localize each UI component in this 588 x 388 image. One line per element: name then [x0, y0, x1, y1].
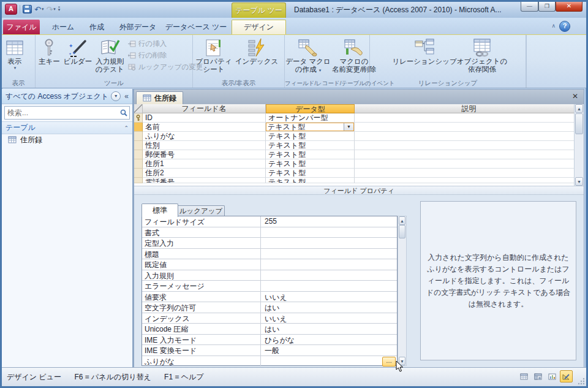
- field-row-selected[interactable]: 名前 テキスト型 ▼: [134, 123, 584, 132]
- combo-dropdown-icon[interactable]: ▼: [344, 123, 353, 131]
- create-data-macros-button[interactable]: データ マクロ の作成 ▾: [286, 36, 330, 74]
- scroll-up-icon[interactable]: ▲: [575, 104, 583, 113]
- description-cell[interactable]: [355, 150, 584, 159]
- field-name-cell[interactable]: 名前: [143, 123, 266, 132]
- row-selector[interactable]: [134, 113, 143, 123]
- field-row[interactable]: ふりがな テキスト型: [134, 132, 584, 141]
- property-row[interactable]: 書式: [142, 227, 397, 238]
- tab-file[interactable]: ファイル: [3, 20, 40, 34]
- save-button[interactable]: [23, 5, 32, 13]
- minimize-button[interactable]: —: [521, 2, 538, 12]
- row-selector[interactable]: [134, 178, 143, 183]
- field-name-cell[interactable]: ID: [143, 113, 266, 123]
- field-name-cell[interactable]: 郵便番号: [143, 150, 266, 159]
- pivottable-view-button[interactable]: [532, 370, 545, 382]
- field-row[interactable]: 性別 テキスト型: [134, 141, 584, 150]
- document-tab[interactable]: 住所録: [136, 91, 183, 104]
- tab-design[interactable]: デザイン: [232, 20, 286, 35]
- header-field-name[interactable]: フィールド名: [143, 104, 266, 113]
- property-row[interactable]: 既定値: [142, 259, 397, 270]
- customize-qat-button[interactable]: ▾: [58, 7, 61, 12]
- search-input[interactable]: [5, 108, 118, 117]
- field-name-cell[interactable]: 住所1: [143, 159, 266, 169]
- property-row[interactable]: IME 変換モード一般: [142, 345, 397, 356]
- field-row-clipped[interactable]: 電話番号 テキスト型: [134, 178, 584, 183]
- property-row[interactable]: Unicode 圧縮はい: [142, 324, 397, 335]
- field-row[interactable]: 住所1 テキスト型: [134, 159, 584, 169]
- nav-pane-header[interactable]: すべての Access オブジェクト ▼ «: [2, 89, 132, 104]
- help-icon[interactable]: ?: [559, 21, 570, 32]
- tab-general-properties[interactable]: 標準: [141, 204, 178, 217]
- field-name-cell[interactable]: ふりがな: [143, 132, 266, 141]
- property-row[interactable]: 標題: [142, 249, 397, 260]
- section-collapse-icon[interactable]: ⌃: [124, 125, 129, 131]
- tab-database-tools[interactable]: データベース ツール: [164, 20, 228, 34]
- description-cell[interactable]: [355, 178, 584, 183]
- property-row[interactable]: インデックスいいえ: [142, 313, 397, 324]
- row-selector-current[interactable]: [134, 123, 143, 132]
- property-sheet-button[interactable]: プロパティ シート: [194, 36, 233, 74]
- builder-ellipsis-button[interactable]: …: [382, 357, 396, 367]
- property-row[interactable]: 空文字列の許可はい: [142, 302, 397, 313]
- nav-menu-icon[interactable]: ▼: [111, 91, 121, 101]
- property-scroll-thumb[interactable]: [399, 225, 405, 238]
- field-name-cell[interactable]: 住所2: [143, 169, 266, 178]
- description-cell[interactable]: [355, 159, 584, 169]
- indexes-button[interactable]: インデックス: [233, 36, 280, 66]
- header-data-type[interactable]: データ型: [266, 104, 355, 113]
- description-cell[interactable]: [355, 169, 584, 178]
- scroll-down-icon[interactable]: ▼: [575, 177, 583, 186]
- scroll-up-icon[interactable]: ▲: [399, 216, 405, 225]
- row-selector[interactable]: [134, 141, 143, 150]
- close-document-icon[interactable]: ✕: [572, 92, 578, 101]
- builder-button[interactable]: ✦✦✦ ビルダー: [62, 36, 94, 66]
- property-row[interactable]: 定型入力: [142, 238, 397, 249]
- ribbon-collapse-icon[interactable]: ∧: [551, 23, 556, 29]
- header-description[interactable]: 説明: [355, 104, 584, 113]
- data-type-cell-active[interactable]: テキスト型 ▼: [266, 123, 355, 132]
- tab-external-data[interactable]: 外部データ: [115, 20, 161, 34]
- description-cell[interactable]: [355, 113, 584, 123]
- data-type-cell[interactable]: テキスト型: [266, 159, 355, 169]
- shutter-bar-close-icon[interactable]: «: [124, 92, 129, 101]
- data-type-cell[interactable]: テキスト型: [266, 169, 355, 178]
- data-type-cell[interactable]: オートナンバー型: [266, 113, 355, 123]
- property-row[interactable]: 入力規則: [142, 270, 397, 281]
- property-scrollbar[interactable]: ▲ ▼: [398, 216, 407, 366]
- search-icon[interactable]: [118, 107, 129, 118]
- property-row[interactable]: エラーメッセージ: [142, 281, 397, 292]
- data-type-combobox[interactable]: テキスト型 ▼: [266, 123, 355, 132]
- property-row[interactable]: フィールドサイズ255: [142, 216, 397, 227]
- row-selector[interactable]: [134, 150, 143, 159]
- access-app-icon[interactable]: A: [5, 4, 17, 15]
- design-view-button[interactable]: [560, 370, 573, 382]
- field-name-cell[interactable]: 性別: [143, 141, 266, 150]
- description-cell[interactable]: [355, 132, 584, 141]
- undo-button[interactable]: ↶▾: [34, 5, 43, 14]
- property-row[interactable]: 値要求いいえ: [142, 292, 397, 303]
- grid-scroll-thumb[interactable]: [575, 113, 583, 134]
- maximize-button[interactable]: ❐: [538, 2, 556, 12]
- description-cell[interactable]: [355, 141, 584, 150]
- nav-item-table[interactable]: 住所録: [2, 134, 132, 145]
- field-row[interactable]: 郵便番号 テキスト型: [134, 150, 584, 159]
- object-dependencies-button[interactable]: オブジェクトの 依存関係: [456, 36, 508, 74]
- field-name-cell[interactable]: 電話番号: [143, 178, 266, 183]
- grid-vertical-scrollbar[interactable]: ▲ ▼: [574, 104, 584, 186]
- close-button[interactable]: ✕: [556, 2, 582, 12]
- data-type-cell[interactable]: テキスト型: [266, 178, 355, 183]
- resize-grip[interactable]: [577, 377, 586, 386]
- data-type-cell[interactable]: テキスト型: [266, 132, 355, 141]
- property-row-furigana[interactable]: ふりがな …: [142, 356, 397, 367]
- pivotchart-view-button[interactable]: [546, 370, 559, 382]
- property-row[interactable]: IME 入力モードひらがな: [142, 335, 397, 346]
- nav-section-tables[interactable]: テーブル ⌃: [2, 121, 132, 134]
- primary-key-button[interactable]: 主キー: [37, 36, 62, 66]
- tab-create[interactable]: 作成: [83, 20, 111, 34]
- datasheet-view-button[interactable]: [518, 370, 530, 382]
- field-row[interactable]: ID オートナンバー型: [134, 113, 584, 123]
- relationships-button[interactable]: リレーションシップ: [393, 36, 456, 66]
- view-button[interactable]: 表示 ▾: [3, 36, 26, 70]
- row-selector[interactable]: [134, 159, 143, 169]
- data-type-cell[interactable]: テキスト型: [266, 150, 355, 159]
